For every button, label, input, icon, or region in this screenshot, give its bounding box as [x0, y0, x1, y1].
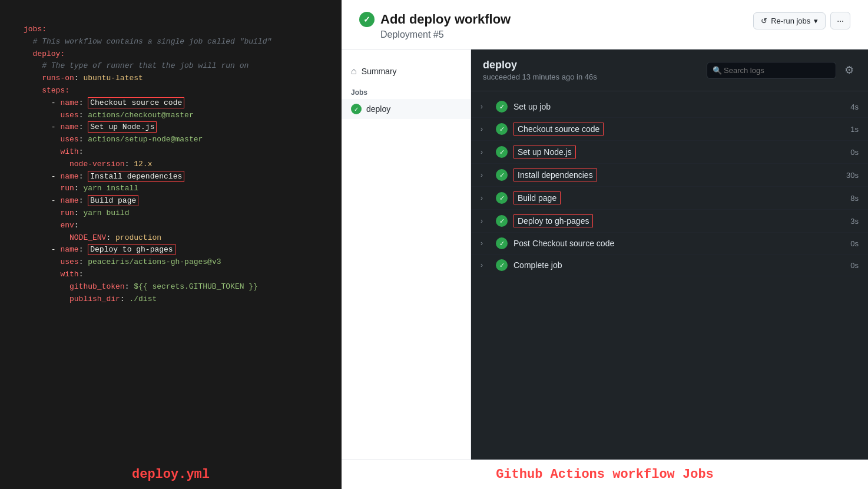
chevron-right-icon: ›: [481, 261, 490, 269]
search-logs-input[interactable]: [707, 62, 836, 79]
chevron-right-icon: ›: [481, 171, 490, 179]
chevron-right-icon: ›: [481, 239, 490, 247]
sidebar-deploy-label: deploy: [366, 104, 390, 114]
log-step[interactable]: › ✓ Complete job 0s: [471, 255, 868, 276]
github-panel: ✓ Add deploy workflow Deployment #5 ↺ Re…: [342, 0, 868, 489]
home-icon: ⌂: [351, 66, 357, 77]
sidebar-jobs-label: Jobs: [342, 81, 471, 99]
search-icon: 🔍: [713, 66, 722, 75]
log-step-left: › ✓ Checkout source code: [481, 123, 604, 136]
log-step[interactable]: › ✓ Deploy to gh-pages 3s: [471, 210, 868, 233]
log-job-status: succeeded 13 minutes ago in 46s: [483, 72, 597, 81]
gh-sidebar: ⌂ Summary Jobs ✓ deploy: [342, 49, 471, 460]
sidebar-item-deploy[interactable]: ✓ deploy: [342, 99, 471, 119]
gh-workflow-name: Add deploy workflow: [380, 12, 511, 27]
github-caption: Github Actions workflow Jobs: [342, 460, 868, 489]
step-duration: 0s: [850, 239, 859, 248]
log-step[interactable]: › ✓ Install dependencies 30s: [471, 164, 868, 187]
rerun-chevron-icon: ▾: [814, 16, 818, 25]
log-step[interactable]: › ✓ Build page 8s: [471, 187, 868, 210]
gh-title-area: ✓ Add deploy workflow Deployment #5: [359, 12, 511, 40]
step-success-icon: ✓: [496, 237, 508, 249]
step-duration: 3s: [850, 217, 859, 226]
code-panel-wrapper: jobs: # This workflow contains a single …: [0, 0, 342, 489]
rerun-icon: ↺: [761, 16, 767, 25]
log-step[interactable]: › ✓ Set up Node.js 0s: [471, 141, 868, 164]
rerun-button[interactable]: ↺ Re-run jobs ▾: [753, 12, 826, 29]
code-panel: jobs: # This workflow contains a single …: [0, 0, 342, 329]
log-step-left: › ✓ Set up job: [481, 101, 551, 113]
log-step[interactable]: › ✓ Checkout source code 1s: [471, 118, 868, 141]
step-success-icon: ✓: [496, 169, 508, 181]
main-layout: jobs: # This workflow contains a single …: [0, 0, 868, 489]
log-step-left: › ✓ Complete job: [481, 259, 562, 271]
log-step-left: › ✓ Set up Node.js: [481, 146, 576, 158]
success-icon: ✓: [359, 12, 375, 27]
log-job-name: deploy: [483, 59, 597, 71]
step-name: Deploy to gh-pages: [513, 214, 593, 227]
log-step-left: › ✓ Install dependencies: [481, 168, 597, 181]
log-step[interactable]: › ✓ Post Checkout source code 0s: [471, 233, 868, 255]
step-duration: 1s: [850, 125, 859, 134]
sidebar-summary-label: Summary: [362, 67, 397, 76]
gh-body: ⌂ Summary Jobs ✓ deploy deploy succeeded…: [342, 49, 868, 460]
step-success-icon: ✓: [496, 123, 508, 135]
step-name: Set up job: [513, 102, 551, 111]
log-step-left: › ✓ Deploy to gh-pages: [481, 214, 593, 227]
log-settings-button[interactable]: ⚙: [842, 61, 856, 79]
rerun-label: Re-run jobs: [771, 16, 810, 25]
step-name: Build page: [513, 191, 561, 204]
chevron-right-icon: ›: [481, 194, 490, 202]
step-success-icon: ✓: [496, 215, 508, 227]
log-step-left: › ✓ Build page: [481, 191, 561, 204]
step-name: Checkout source code: [513, 123, 604, 136]
gh-title: ✓ Add deploy workflow: [359, 12, 511, 27]
step-success-icon: ✓: [496, 192, 508, 204]
step-duration: 0s: [850, 261, 859, 270]
chevron-right-icon: ›: [481, 103, 490, 111]
chevron-right-icon: ›: [481, 125, 490, 133]
gh-log-area: deploy succeeded 13 minutes ago in 46s 🔍…: [471, 49, 868, 460]
step-name: Set up Node.js: [513, 146, 576, 158]
log-step-left: › ✓ Post Checkout source code: [481, 237, 614, 249]
log-step[interactable]: › ✓ Set up job 4s: [471, 96, 868, 118]
gh-header: ✓ Add deploy workflow Deployment #5 ↺ Re…: [342, 0, 868, 49]
step-name: Post Checkout source code: [513, 239, 614, 248]
step-success-icon: ✓: [496, 259, 508, 271]
more-button[interactable]: ···: [830, 12, 850, 29]
sidebar-item-summary[interactable]: ⌂ Summary: [342, 61, 471, 81]
step-success-icon: ✓: [496, 146, 508, 158]
step-duration: 8s: [850, 194, 859, 203]
chevron-right-icon: ›: [481, 217, 490, 225]
step-name: Install dependencies: [513, 168, 597, 181]
log-header: deploy succeeded 13 minutes ago in 46s 🔍…: [471, 49, 868, 91]
step-success-icon: ✓: [496, 101, 508, 113]
chevron-right-icon: ›: [481, 148, 490, 156]
log-job-info: deploy succeeded 13 minutes ago in 46s: [483, 59, 597, 81]
code-caption: deploy.yml: [0, 460, 342, 489]
gh-header-actions: ↺ Re-run jobs ▾ ···: [753, 12, 850, 29]
step-duration: 0s: [850, 148, 859, 157]
deploy-success-icon: ✓: [351, 104, 362, 114]
step-name: Complete job: [513, 260, 562, 270]
step-duration: 30s: [846, 171, 859, 180]
search-input-wrapper: 🔍: [707, 62, 836, 79]
gh-subtitle: Deployment #5: [380, 29, 511, 40]
log-steps: › ✓ Set up job 4s › ✓ Checkout source co…: [471, 91, 868, 460]
log-search-bar: 🔍 ⚙: [707, 61, 856, 79]
step-duration: 4s: [850, 103, 859, 111]
